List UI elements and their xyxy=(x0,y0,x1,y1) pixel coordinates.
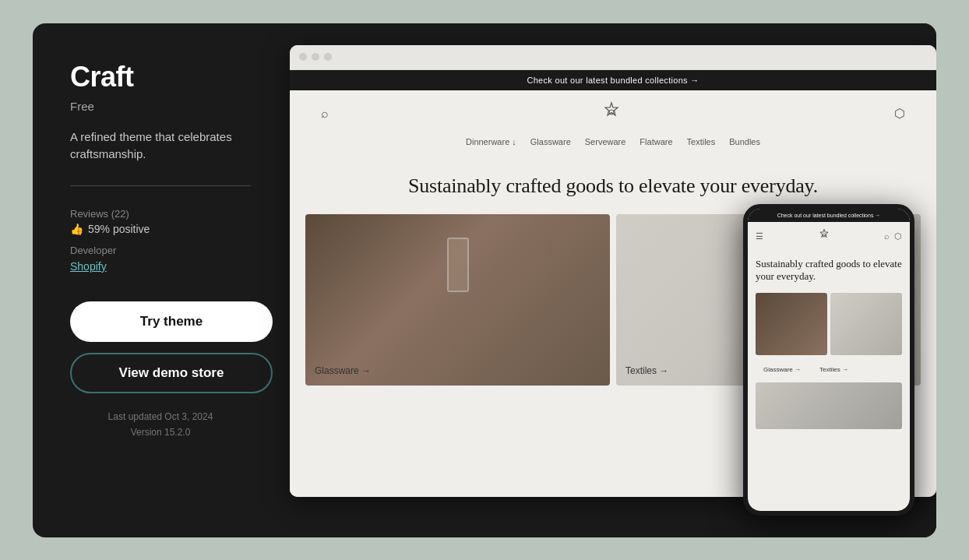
glassware-visual xyxy=(447,238,469,292)
mobile-nav: ☰ ⌕ ⬡ xyxy=(748,222,910,252)
nav-bundles: Bundles xyxy=(729,137,760,146)
mobile-cart-icon: ⬡ xyxy=(894,231,902,241)
theme-description: A refined theme that celebrates craftsma… xyxy=(70,129,251,164)
try-theme-button[interactable]: Try theme xyxy=(70,301,273,342)
view-demo-button[interactable]: View demo store xyxy=(70,353,273,393)
grid-item-glassware: Glassware → xyxy=(305,214,610,386)
browser-dot-2 xyxy=(312,53,319,61)
divider xyxy=(70,185,251,186)
mobile-mockup: Check out our latest bundled collections… xyxy=(743,204,914,516)
nav-glassware: Glassware xyxy=(530,137,571,146)
right-panel: Check out our latest bundled collections… xyxy=(282,23,936,537)
reviews-row: 👍 59% positive xyxy=(70,223,251,235)
mobile-grid-glassware xyxy=(756,293,827,355)
mobile-logo xyxy=(817,228,831,245)
glass-1 xyxy=(447,238,469,292)
left-panel: Craft Free A refined theme that celebrat… xyxy=(33,23,282,537)
thumbs-up-icon: 👍 xyxy=(70,223,83,235)
browser-dot-1 xyxy=(299,53,307,61)
nav-serveware: Serveware xyxy=(585,137,626,146)
browser-bar xyxy=(290,45,936,70)
version-number: Version 15.2.0 xyxy=(70,424,251,440)
mobile-nav-right: ⌕ ⬡ xyxy=(884,231,902,241)
version-info: Last updated Oct 3, 2024 Version 15.2.0 xyxy=(70,409,251,441)
nav-textiles: Textiles xyxy=(687,137,716,146)
nav-dinnerware: Dinnerware ↓ xyxy=(466,137,516,146)
mobile-label-textiles: Textiles → xyxy=(812,365,856,375)
mobile-banner: Check out our latest bundled collections… xyxy=(748,209,910,222)
grid-label-textiles: Textiles → xyxy=(625,365,668,376)
browser-dot-3 xyxy=(324,53,332,61)
developer-label: Developer xyxy=(70,245,251,256)
developer-name-link[interactable]: Shopify xyxy=(70,260,107,273)
store-nav-menu: Dinnerware ↓ Glassware Serveware Flatwar… xyxy=(290,137,936,154)
mobile-hamburger-icon: ☰ xyxy=(756,231,763,241)
nav-flatware: Flatware xyxy=(640,137,672,146)
theme-price: Free xyxy=(70,100,251,113)
store-search-icon: ⌕ xyxy=(321,107,329,121)
preview-wrapper: Check out our latest bundled collections… xyxy=(290,45,914,516)
reviews-label: Reviews (22) xyxy=(70,208,251,220)
mobile-bottom-item xyxy=(756,382,902,429)
grid-label-glassware: Glassware → xyxy=(315,365,371,376)
hero-heading: Sustainably crafted goods to elevate you… xyxy=(305,173,921,199)
mobile-grid-textiles xyxy=(830,293,902,355)
positive-percentage: 59% positive xyxy=(88,223,150,235)
last-updated: Last updated Oct 3, 2024 xyxy=(70,409,251,424)
mobile-screen: Check out our latest bundled collections… xyxy=(748,209,910,511)
mobile-grid-labels: Glassware → Textiles → xyxy=(748,360,910,379)
mobile-hero-text: Sustainably crafted goods to elevate you… xyxy=(756,258,902,284)
store-banner: Check out our latest bundled collections… xyxy=(290,70,936,90)
mobile-hero: Sustainably crafted goods to elevate you… xyxy=(748,252,910,289)
reviews-section: Reviews (22) 👍 59% positive xyxy=(70,208,251,238)
main-card: Craft Free A refined theme that celebrat… xyxy=(33,23,936,537)
store-logo xyxy=(601,101,622,126)
mobile-label-glassware: Glassware → xyxy=(756,365,809,375)
mobile-grid xyxy=(748,288,910,360)
store-cart-icon: ⬡ xyxy=(894,106,905,121)
mobile-search-icon: ⌕ xyxy=(884,231,890,241)
developer-section: Developer Shopify xyxy=(70,245,251,273)
store-nav: ⌕ ⬡ xyxy=(290,90,936,137)
theme-title: Craft xyxy=(70,61,251,93)
